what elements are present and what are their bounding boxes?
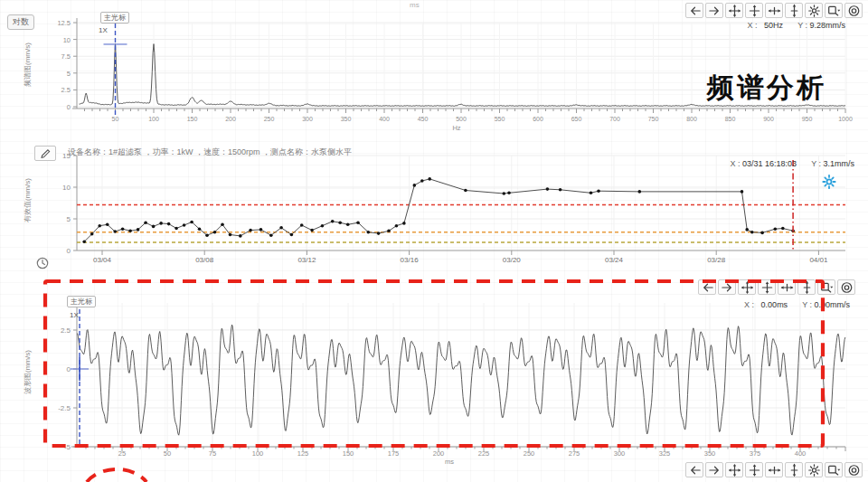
gear-icon <box>807 463 821 477</box>
spectrum-main-cursor-handle[interactable]: 主光标 <box>100 12 129 24</box>
zoom-in-button[interactable] <box>758 279 776 295</box>
region-zoom-icon <box>820 280 834 295</box>
reset-button[interactable] <box>837 279 855 295</box>
svg-text:375: 375 <box>750 449 761 458</box>
zoom-horizontal-button[interactable] <box>765 3 783 18</box>
svg-text:250: 250 <box>264 116 275 122</box>
svg-text:950: 950 <box>802 116 813 122</box>
svg-text:75: 75 <box>209 449 216 458</box>
waveform-readout-y-label: Y : <box>802 300 812 309</box>
waveform-y-axis-label: 波形图(mm/s) <box>23 344 33 402</box>
edit-annotation-button[interactable] <box>34 146 56 161</box>
arrow-left-button[interactable] <box>685 462 703 477</box>
svg-text:10: 10 <box>62 184 71 192</box>
zoom-vertical-icon <box>788 4 801 18</box>
zoom-horizontal-icon <box>780 280 794 295</box>
svg-text:700: 700 <box>609 116 620 122</box>
waveform-readout-x-value: 0.00ms <box>761 300 788 309</box>
zoom-in-icon <box>748 463 761 477</box>
arrow-right-button[interactable] <box>718 279 736 295</box>
svg-text:2.5: 2.5 <box>61 86 71 94</box>
arrow-right-button[interactable] <box>705 462 723 477</box>
svg-text:50: 50 <box>164 449 171 458</box>
svg-text:150: 150 <box>187 116 198 122</box>
arrow-left-button[interactable] <box>685 3 703 18</box>
arrow-right-button[interactable] <box>705 3 723 18</box>
svg-text:250: 250 <box>524 449 535 458</box>
svg-text:03/16: 03/16 <box>401 256 420 264</box>
svg-text:125: 125 <box>297 449 309 458</box>
trend-readout-x-label: X : <box>731 159 741 168</box>
gear-icon <box>807 4 821 18</box>
svg-text:350: 350 <box>704 449 716 458</box>
region-zoom-button[interactable] <box>817 279 835 295</box>
zoom-vertical-icon <box>800 280 814 295</box>
reset-button[interactable] <box>844 462 863 477</box>
svg-text:7.5: 7.5 <box>61 52 71 61</box>
svg-text:200: 200 <box>433 449 445 458</box>
svg-text:275: 275 <box>569 449 580 458</box>
svg-text:03/08: 03/08 <box>195 256 214 264</box>
gear-button[interactable] <box>805 3 823 18</box>
svg-text:350: 350 <box>341 116 352 122</box>
spectrum-readout-x-label: X : <box>748 21 758 30</box>
spectrum-chart[interactable]: 02.557.51012.550100150200250300350400450… <box>0 0 868 140</box>
zoom-vertical-icon <box>788 463 801 477</box>
spectrum-harmonic-label: 1X <box>99 26 108 34</box>
svg-text:650: 650 <box>571 116 582 122</box>
zoom-in-icon <box>760 280 774 295</box>
arrow-left-icon <box>688 4 702 18</box>
pan-move-icon <box>728 463 741 477</box>
region-zoom-button[interactable] <box>825 462 843 477</box>
zoom-horizontal-button[interactable] <box>765 462 783 477</box>
arrow-left-icon <box>701 280 714 295</box>
svg-text:Hz: Hz <box>452 124 460 132</box>
spectrum-y-axis-label: 频谱图(mm/s) <box>23 36 33 94</box>
svg-text:100: 100 <box>148 116 159 122</box>
waveform-cursor-readout: X : 0.00ms Y : 0.00mm/s <box>744 300 850 309</box>
clock-icon <box>36 257 49 269</box>
log-scale-button[interactable]: 对数 <box>7 14 34 30</box>
reset-button[interactable] <box>844 3 863 18</box>
zoom-vertical-button[interactable] <box>797 279 816 295</box>
reset-icon <box>847 4 861 18</box>
pan-move-button[interactable] <box>725 3 743 18</box>
pan-move-button[interactable] <box>738 279 756 295</box>
waveform-main-cursor-handle[interactable]: 主光标 <box>67 296 96 307</box>
zoom-in-button[interactable] <box>745 462 763 477</box>
svg-text:300: 300 <box>614 449 626 458</box>
trend-history-button[interactable] <box>34 255 51 271</box>
waveform-readout-y-value: 0.00mm/s <box>814 300 850 309</box>
waveform-chart[interactable]: -5-2.502.5255075100125150175200225250275… <box>0 271 868 468</box>
spectrum-readout-y-value: 9.28mm/s <box>809 21 845 30</box>
gear-button[interactable] <box>805 462 823 477</box>
svg-text:04/01: 04/01 <box>809 256 828 264</box>
zoom-vertical-button[interactable] <box>785 3 803 18</box>
svg-text:150: 150 <box>343 449 354 458</box>
svg-text:200: 200 <box>225 116 236 122</box>
trend-readout-y-value: 3.1mm/s <box>823 159 854 168</box>
arrow-left-button[interactable] <box>698 279 716 295</box>
svg-text:850: 850 <box>725 116 736 122</box>
zoom-horizontal-button[interactable] <box>778 279 796 295</box>
zoom-in-icon <box>748 4 761 18</box>
waveform-readout-x-label: X : <box>744 300 754 309</box>
zoom-horizontal-icon <box>768 4 781 18</box>
region-zoom-button[interactable] <box>825 3 843 18</box>
pan-move-icon <box>741 280 754 295</box>
spectrum-analysis-annotation: 频谱分析 <box>707 74 826 101</box>
reset-icon <box>840 280 854 295</box>
svg-text:25: 25 <box>118 449 126 458</box>
svg-text:400: 400 <box>795 449 807 458</box>
svg-text:10: 10 <box>63 36 71 44</box>
zoom-in-button[interactable] <box>745 3 763 18</box>
zoom-vertical-button[interactable] <box>785 462 803 477</box>
trend-settings-button[interactable] <box>819 172 839 192</box>
svg-text:5: 5 <box>67 215 71 223</box>
svg-text:ms: ms <box>445 458 454 466</box>
svg-text:550: 550 <box>495 116 505 122</box>
pan-move-button[interactable] <box>725 462 743 477</box>
waveform-harmonic-label: 1X <box>70 311 79 319</box>
svg-text:0: 0 <box>67 365 71 373</box>
spectrum-readout-y-label: Y : <box>797 21 807 30</box>
